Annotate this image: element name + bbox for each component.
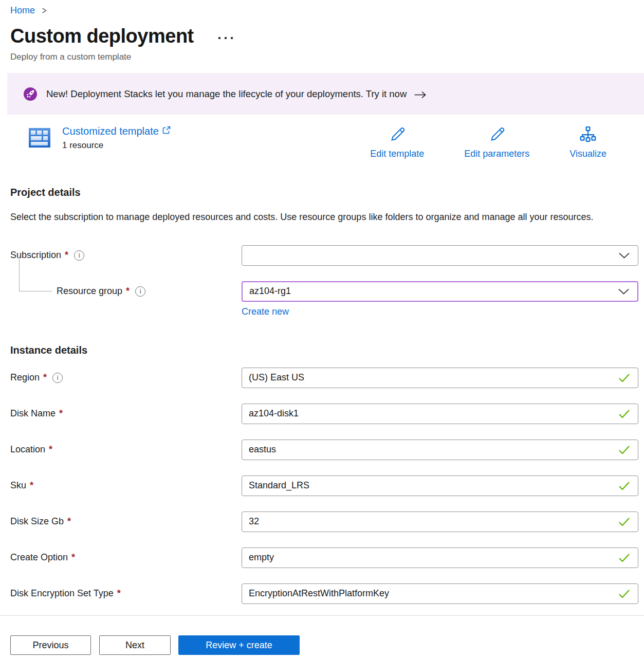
- info-icon[interactable]: i: [52, 373, 63, 383]
- required-asterisk: *: [67, 516, 71, 527]
- edit-parameters-button[interactable]: Edit parameters: [464, 125, 529, 159]
- region-input[interactable]: (US) East US: [242, 368, 638, 388]
- tree-connector-line: [19, 258, 52, 291]
- edit-parameters-label: Edit parameters: [464, 149, 529, 159]
- banner-message[interactable]: New! Deployment Stacks let you manage th…: [46, 88, 407, 100]
- sku-label: Sku: [10, 480, 26, 491]
- deployment-stacks-banner[interactable]: New! Deployment Stacks let you manage th…: [7, 73, 644, 115]
- customized-template-label: Customized template: [62, 125, 159, 137]
- valid-check-icon: [618, 589, 630, 598]
- required-asterisk: *: [117, 588, 121, 599]
- customized-template-link[interactable]: Customized template: [62, 125, 171, 137]
- valid-check-icon: [618, 445, 630, 454]
- instance-details-heading: Instance details: [10, 344, 638, 356]
- pencil-icon: [388, 125, 407, 146]
- subscription-dropdown[interactable]: [242, 245, 638, 266]
- chevron-down-icon: [618, 252, 630, 259]
- edit-template-button[interactable]: Edit template: [370, 125, 424, 159]
- create-option-label: Create Option: [10, 552, 68, 563]
- edit-template-label: Edit template: [370, 149, 424, 159]
- region-label: Region: [10, 372, 40, 383]
- required-asterisk: *: [43, 372, 47, 383]
- arrow-right-icon: [414, 90, 427, 99]
- project-details-description: Select the subscription to manage deploy…: [10, 210, 601, 225]
- disk-encryption-set-type-value: EncryptionAtRestWithPlatformKey: [249, 588, 389, 599]
- info-icon[interactable]: i: [135, 286, 145, 297]
- required-asterisk: *: [49, 444, 52, 455]
- resource-group-value: az104-rg1: [249, 286, 291, 297]
- required-asterisk: *: [65, 250, 68, 261]
- sku-input[interactable]: Standard_LRS: [242, 476, 638, 496]
- info-icon[interactable]: i: [74, 250, 84, 261]
- required-asterisk: *: [71, 552, 75, 563]
- valid-check-icon: [618, 553, 630, 562]
- visualize-button[interactable]: Visualize: [569, 125, 606, 159]
- wizard-footer: Previous Next Review + create: [0, 615, 644, 658]
- breadcrumb: Home: [10, 0, 638, 16]
- chevron-down-icon: [618, 288, 630, 295]
- project-details-heading: Project details: [10, 187, 638, 198]
- pencil-icon: [488, 125, 506, 146]
- valid-check-icon: [618, 409, 630, 418]
- location-value: eastus: [249, 444, 276, 455]
- review-create-button[interactable]: Review + create: [178, 635, 300, 655]
- disk-name-value: az104-disk1: [249, 408, 299, 419]
- required-asterisk: *: [126, 286, 130, 297]
- disk-encryption-set-type-label: Disk Encryption Set Type: [10, 588, 114, 599]
- create-new-link[interactable]: Create new: [242, 306, 289, 317]
- template-resource-count: 1 resource: [62, 140, 171, 151]
- sku-value: Standard_LRS: [249, 480, 309, 491]
- chevron-right-icon: [41, 7, 47, 14]
- disk-encryption-set-type-input[interactable]: EncryptionAtRestWithPlatformKey: [242, 583, 638, 604]
- more-menu-icon[interactable]: [218, 37, 233, 39]
- external-link-icon: [162, 126, 171, 134]
- visualize-label: Visualize: [569, 149, 606, 159]
- resource-group-label: Resource group: [57, 286, 122, 297]
- create-option-input[interactable]: empty: [242, 547, 638, 568]
- valid-check-icon: [618, 373, 630, 382]
- disk-size-label: Disk Size Gb: [10, 516, 64, 527]
- valid-check-icon: [618, 481, 630, 490]
- rocket-icon: [23, 87, 38, 101]
- location-label: Location: [10, 444, 45, 455]
- next-button[interactable]: Next: [99, 635, 171, 655]
- hierarchy-icon: [579, 125, 597, 146]
- required-asterisk: *: [30, 480, 33, 491]
- region-value: (US) East US: [249, 372, 304, 383]
- location-input[interactable]: eastus: [242, 440, 638, 460]
- page-subtitle: Deploy from a custom template: [10, 52, 638, 62]
- required-asterisk: *: [59, 408, 63, 419]
- page-title: Custom deployment: [10, 25, 194, 47]
- previous-button[interactable]: Previous: [10, 635, 91, 655]
- template-icon: [27, 125, 52, 150]
- breadcrumb-home-link[interactable]: Home: [10, 5, 35, 16]
- disk-size-value: 32: [249, 516, 259, 527]
- main-content: Home Custom deployment Deploy from a cus…: [0, 0, 644, 615]
- resource-group-dropdown[interactable]: az104-rg1: [242, 281, 638, 302]
- disk-name-input[interactable]: az104-disk1: [242, 404, 638, 424]
- create-option-value: empty: [249, 552, 274, 563]
- valid-check-icon: [618, 517, 630, 526]
- disk-name-label: Disk Name: [10, 408, 56, 419]
- disk-size-input[interactable]: 32: [242, 511, 638, 532]
